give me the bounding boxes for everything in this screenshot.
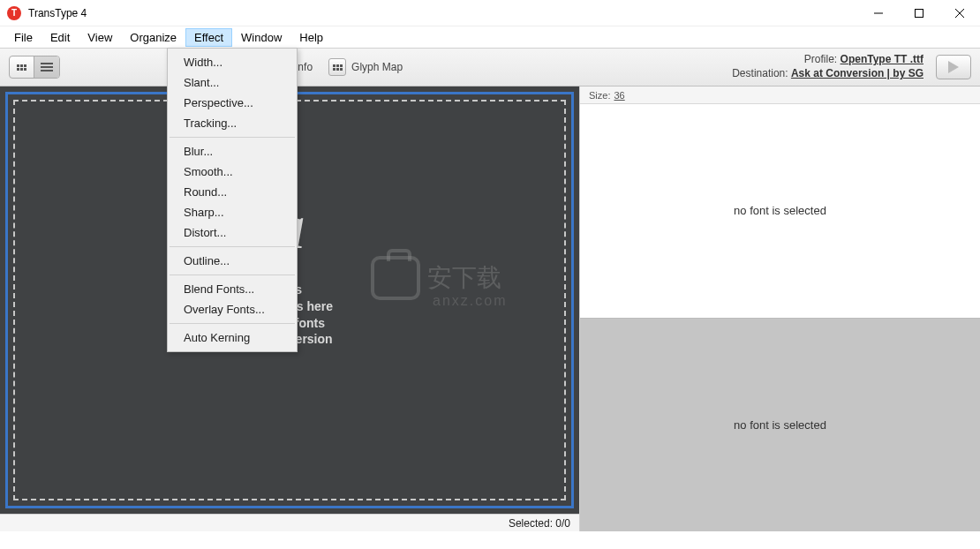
menu-organize[interactable]: Organize: [121, 28, 185, 47]
separator: [170, 137, 295, 138]
status-bar: Selected: 0/0: [0, 514, 579, 531]
no-font-message-lower: no font is selected: [734, 418, 826, 432]
title-bar: TransType 4: [0, 0, 980, 26]
destination-label: Destination:: [732, 67, 788, 79]
profile-info: Profile: OpenType TT .ttf Destination: A…: [732, 53, 923, 80]
toolbar: review i Font Info Glyph Map Profile: Op…: [0, 48, 980, 86]
menu-window[interactable]: Window: [232, 28, 290, 47]
effect-width[interactable]: Width...: [168, 52, 297, 72]
effect-perspective[interactable]: Perspective...: [168, 93, 297, 113]
effect-distort[interactable]: Distort...: [168, 222, 297, 243]
separator: [170, 323, 295, 324]
effect-tracking[interactable]: Tracking...: [168, 113, 297, 133]
size-value[interactable]: 36: [614, 90, 624, 101]
separator: [170, 274, 295, 275]
view-mode-toggle: [9, 56, 60, 79]
menu-edit[interactable]: Edit: [41, 28, 79, 47]
menu-file[interactable]: File: [5, 28, 41, 47]
effect-smooth[interactable]: Smooth...: [168, 162, 297, 182]
window-title: TransType 4: [28, 7, 87, 19]
separator: [170, 246, 295, 247]
grid-view-button[interactable]: [10, 56, 34, 78]
main-area: a files or folders here to add fonts for…: [0, 86, 980, 531]
glyph-map-toolbar-item[interactable]: Glyph Map: [328, 58, 403, 76]
effect-blur[interactable]: Blur...: [168, 141, 297, 162]
preview-upper: no font is selected: [580, 104, 980, 318]
minimize-button[interactable]: [858, 0, 899, 26]
svg-rect-1: [916, 9, 923, 17]
window-controls: [858, 0, 980, 26]
effect-dropdown: Width... Slant... Perspective... Trackin…: [167, 48, 298, 352]
grid-icon: [17, 64, 26, 71]
profile-label: Profile:: [804, 53, 837, 65]
list-view-button[interactable]: [34, 56, 59, 78]
close-button[interactable]: [939, 0, 980, 26]
right-pane: Size: 36 no font is selected no font is …: [579, 86, 980, 531]
glyph-map-label: Glyph Map: [351, 61, 403, 73]
app-icon: [7, 6, 21, 20]
preview-lower: no font is selected: [580, 318, 980, 532]
convert-button[interactable]: [936, 55, 971, 79]
effect-round[interactable]: Round...: [168, 182, 297, 202]
menu-effect[interactable]: Effect: [185, 28, 232, 47]
profile-value-link[interactable]: OpenType TT .ttf: [841, 53, 923, 65]
effect-auto-kerning[interactable]: Auto Kerning: [168, 327, 297, 348]
no-font-message-upper: no font is selected: [734, 204, 826, 217]
list-icon: [41, 63, 53, 71]
size-label: Size:: [589, 90, 610, 101]
destination-value-link[interactable]: Ask at Conversion | by SG: [791, 67, 923, 79]
glyph-map-icon: [328, 58, 346, 76]
size-bar: Size: 36: [580, 86, 980, 104]
selected-status: Selected: 0/0: [509, 517, 570, 530]
effect-slant[interactable]: Slant...: [168, 72, 297, 93]
menu-help[interactable]: Help: [290, 28, 332, 47]
menu-view[interactable]: View: [79, 28, 121, 47]
play-icon: [948, 61, 959, 73]
effect-sharp[interactable]: Sharp...: [168, 202, 297, 222]
maximize-button[interactable]: [899, 0, 939, 26]
effect-outline[interactable]: Outline...: [168, 251, 297, 271]
menu-bar: File Edit View Organize Effect Window He…: [0, 26, 980, 48]
effect-overlay-fonts[interactable]: Overlay Fonts...: [168, 299, 297, 320]
effect-blend-fonts[interactable]: Blend Fonts...: [168, 279, 297, 299]
